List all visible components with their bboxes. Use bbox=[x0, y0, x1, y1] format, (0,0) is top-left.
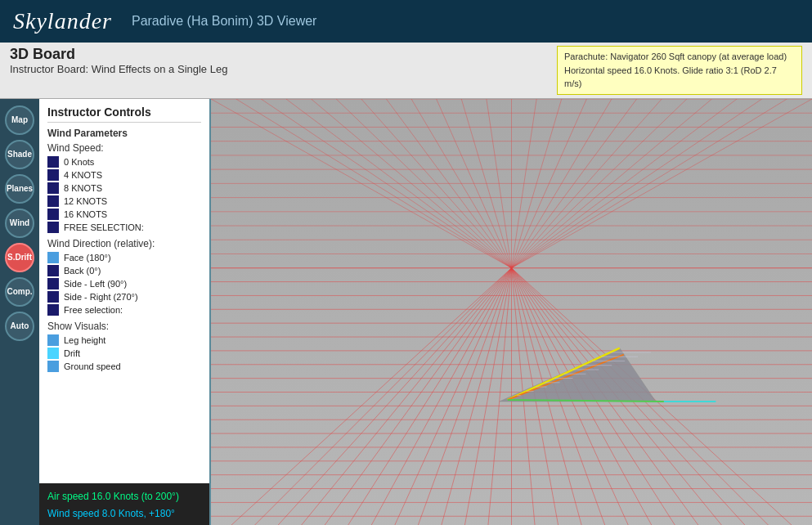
sidebar-btn-wind[interactable]: Wind bbox=[5, 209, 34, 238]
color-swatch bbox=[47, 222, 59, 233]
wind-direction-option[interactable]: Side - Left (90°) bbox=[47, 278, 201, 289]
wind-speed-option[interactable]: 8 KNOTS bbox=[47, 182, 201, 194]
wind-direction-option[interactable]: Free selection: bbox=[47, 304, 201, 316]
wind-direction-option[interactable]: Face (180°) bbox=[47, 252, 201, 263]
color-swatch bbox=[47, 182, 59, 194]
sidebar-btn-planes[interactable]: Planes bbox=[5, 174, 34, 204]
wind-direction-label: Wind Direction (relative): bbox=[47, 238, 201, 249]
air-speed-text: Air speed 16.0 Knots (to 200°) bbox=[47, 488, 201, 505]
show-visuals-option[interactable]: Leg height bbox=[47, 334, 201, 346]
color-swatch bbox=[47, 156, 59, 168]
panel-title: Instructor Controls bbox=[47, 105, 201, 123]
color-swatch bbox=[47, 291, 59, 303]
board-info: 3D Board Instructor Board: Wind Effects … bbox=[10, 46, 227, 75]
show-visuals-label: Show Visuals: bbox=[47, 321, 201, 332]
main-layout: MapShadePlanesWindS.DriftComp.Auto Instr… bbox=[0, 99, 812, 526]
sidebar: MapShadePlanesWindS.DriftComp.Auto bbox=[0, 99, 39, 526]
color-swatch bbox=[47, 209, 59, 220]
color-swatch bbox=[47, 252, 59, 263]
3d-viewport bbox=[211, 99, 812, 526]
sidebar-btn-map[interactable]: Map bbox=[5, 105, 34, 135]
board-subtitle: Instructor Board: Wind Effects on a Sing… bbox=[10, 63, 227, 75]
speed-info: Air speed 16.0 Knots (to 200°) Wind spee… bbox=[39, 483, 209, 525]
wind-speed-list: 0 Knots4 KNOTS8 KNOTS12 KNOTS16 KNOTSFRE… bbox=[47, 156, 201, 233]
sidebar-btn-sdrift[interactable]: S.Drift bbox=[5, 243, 34, 272]
parachute-info: Parachute: Navigator 260 Sqft canopy (at… bbox=[557, 46, 802, 95]
app-title: Paradive (Ha Bonim) 3D Viewer bbox=[132, 14, 316, 29]
ground-speed-text: Ground speed 8.0 Knots, +0° bbox=[47, 522, 201, 525]
sidebar-btn-comp[interactable]: Comp. bbox=[5, 277, 34, 307]
control-panel: Instructor Controls Wind Parameters Wind… bbox=[39, 99, 211, 526]
subheader: 3D Board Instructor Board: Wind Effects … bbox=[0, 43, 812, 99]
color-swatch bbox=[47, 334, 59, 346]
color-swatch bbox=[47, 169, 59, 181]
app-logo: Skylander bbox=[13, 8, 112, 34]
wind-speed-label: Wind Speed: bbox=[47, 142, 201, 154]
wind-speed-option[interactable]: 0 Knots bbox=[47, 156, 201, 168]
show-visuals-list: Leg heightDriftGround speed bbox=[47, 334, 201, 372]
wind-params-label: Wind Parameters bbox=[47, 128, 201, 139]
3d-scene-canvas bbox=[211, 99, 812, 526]
wind-direction-list: Face (180°)Back (0°)Side - Left (90°)Sid… bbox=[47, 252, 201, 316]
wind-speed-text: Wind speed 8.0 Knots, +180° bbox=[47, 505, 201, 522]
control-panel-content: Instructor Controls Wind Parameters Wind… bbox=[39, 99, 209, 484]
show-visuals-option[interactable]: Ground speed bbox=[47, 361, 201, 372]
color-swatch bbox=[47, 348, 59, 359]
wind-direction-option[interactable]: Side - Right (270°) bbox=[47, 291, 201, 303]
board-title: 3D Board bbox=[10, 46, 227, 63]
color-swatch bbox=[47, 278, 59, 289]
sidebar-btn-auto[interactable]: Auto bbox=[5, 312, 34, 341]
color-swatch bbox=[47, 195, 59, 207]
color-swatch bbox=[47, 361, 59, 372]
color-swatch bbox=[47, 304, 59, 316]
color-swatch bbox=[47, 265, 59, 276]
header: Skylander Paradive (Ha Bonim) 3D Viewer bbox=[0, 0, 812, 43]
wind-direction-option[interactable]: Back (0°) bbox=[47, 265, 201, 276]
wind-speed-option[interactable]: 16 KNOTS bbox=[47, 209, 201, 220]
sidebar-btn-shade[interactable]: Shade bbox=[5, 140, 34, 169]
wind-speed-option[interactable]: FREE SELECTION: bbox=[47, 222, 201, 233]
wind-speed-option[interactable]: 4 KNOTS bbox=[47, 169, 201, 181]
wind-speed-option[interactable]: 12 KNOTS bbox=[47, 195, 201, 207]
show-visuals-option[interactable]: Drift bbox=[47, 348, 201, 359]
